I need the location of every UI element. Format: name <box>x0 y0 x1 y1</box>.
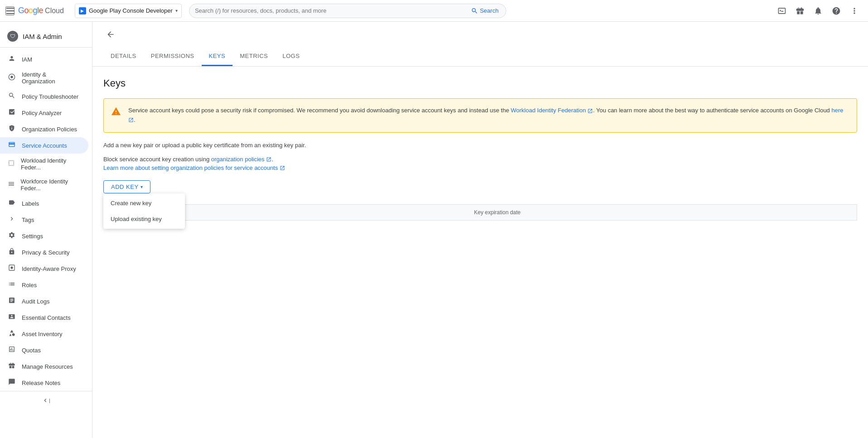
header-left: Google Cloud ▶ Google Play Console Devel… <box>5 4 182 18</box>
warning-text-middle: . You can learn more about the best way … <box>593 107 831 114</box>
tab-logs[interactable]: LOGS <box>275 47 307 66</box>
tags-icon <box>7 215 16 224</box>
tab-metrics[interactable]: METRICS <box>233 47 275 66</box>
svg-point-1 <box>10 76 13 78</box>
sidebar-item-manage-resources[interactable]: Manage Resources <box>0 358 88 375</box>
upload-existing-key-option[interactable]: Upload existing key <box>103 211 185 227</box>
sidebar-item-label: Tags <box>22 217 34 223</box>
sidebar-item-label: Privacy & Security <box>22 249 69 256</box>
sidebar-item-policy-troubleshooter[interactable]: Policy Troubleshooter <box>0 88 88 105</box>
essential-contacts-icon <box>7 313 16 322</box>
organization-policies-link[interactable]: organization policies <box>211 156 265 163</box>
warning-text-before: Service account keys could pose a securi… <box>128 107 511 114</box>
collapse-label: | <box>49 398 50 403</box>
tab-details[interactable]: DETAILS <box>103 47 144 66</box>
sidebar-item-label: Quotas <box>22 347 41 354</box>
warning-icon <box>111 106 121 119</box>
add-key-container: ADD KEY ▾ Create new key Upload existing… <box>103 180 150 193</box>
sidebar-item-audit-logs[interactable]: Audit Logs <box>0 293 88 309</box>
cloud-text: Cloud <box>45 7 64 15</box>
content-area: Keys Service account keys could pose a s… <box>92 67 868 231</box>
sidebar-item-label: Asset Inventory <box>22 331 63 337</box>
create-new-key-option[interactable]: Create new key <box>103 195 185 211</box>
sidebar-item-label: Release Notes <box>22 380 60 386</box>
project-name: Google Play Console Developer <box>89 7 173 14</box>
app-body: 🛡 IAM & Admin IAM Identity & Organizatio… <box>0 22 868 438</box>
search-button-label: Search <box>480 7 499 14</box>
sidebar-item-identity-aware-proxy[interactable]: Identity-Aware Proxy <box>0 260 88 277</box>
page-title: Keys <box>103 77 857 89</box>
sidebar-item-settings[interactable]: Settings <box>0 228 88 244</box>
back-button[interactable] <box>103 27 118 42</box>
sidebar-item-service-accounts[interactable]: Service Accounts <box>0 137 88 154</box>
hamburger-line <box>6 13 15 14</box>
learn-more-link[interactable]: Learn more about setting organization po… <box>103 164 857 171</box>
google-cloud-logo: Google Cloud <box>18 6 64 15</box>
sidebar-item-workforce-identity[interactable]: Workforce Identity Feder... <box>0 174 88 195</box>
policy-troubleshooter-icon <box>7 92 16 101</box>
gift-button[interactable] <box>792 3 808 19</box>
sidebar-item-labels[interactable]: Labels <box>0 195 88 212</box>
warning-text-end: . <box>134 116 136 123</box>
sidebar-item-tags[interactable]: Tags <box>0 212 88 228</box>
project-selector[interactable]: ▶ Google Play Console Developer ▾ <box>75 4 182 18</box>
add-key-button[interactable]: ADD KEY ▾ <box>103 180 150 193</box>
sidebar-item-workload-identity[interactable]: Workload Identity Feder... <box>0 154 88 174</box>
search-input[interactable] <box>195 7 469 14</box>
back-row <box>92 22 868 47</box>
tab-keys[interactable]: KEYS <box>202 47 233 66</box>
search-bar: Search <box>189 4 506 18</box>
identity-aware-proxy-icon <box>7 264 16 273</box>
sidebar-item-essential-contacts[interactable]: Essential Contacts <box>0 309 88 326</box>
sidebar-item-label: Policy Analyzer <box>22 110 62 116</box>
sidebar-item-privacy-security[interactable]: Privacy & Security <box>0 244 88 260</box>
sidebar-item-release-notes[interactable]: Release Notes <box>0 375 88 391</box>
add-key-label: ADD KEY <box>111 183 139 190</box>
sidebar-item-quotas[interactable]: Quotas <box>0 342 88 358</box>
tab-permissions[interactable]: PERMISSIONS <box>144 47 202 66</box>
key-expiration-date-header: Key expiration date <box>467 204 857 220</box>
sidebar: 🛡 IAM & Admin IAM Identity & Organizatio… <box>0 22 92 438</box>
more-options-button[interactable] <box>846 3 863 19</box>
help-button[interactable] <box>828 3 844 19</box>
sidebar-item-label: Service Accounts <box>22 142 67 149</box>
settings-icon <box>7 231 16 241</box>
sidebar-item-label: Organization Policies <box>22 126 77 133</box>
sidebar-item-identity-organization[interactable]: Identity & Organization <box>0 67 88 88</box>
hamburger-menu-button[interactable] <box>5 6 15 15</box>
sidebar-item-label: Manage Resources <box>22 363 73 370</box>
sidebar-item-organization-policies[interactable]: Organization Policies <box>0 121 88 137</box>
sidebar-item-iam[interactable]: IAM <box>0 51 88 67</box>
sidebar-item-label: Identity & Organization <box>22 71 81 85</box>
back-arrow-icon <box>106 30 115 39</box>
roles-icon <box>7 280 16 289</box>
sidebar-item-label: Workload Identity Feder... <box>21 157 81 171</box>
main-content: DETAILS PERMISSIONS KEYS METRICS LOGS Ke… <box>92 22 868 438</box>
sidebar-collapse-button[interactable]: | <box>0 391 92 409</box>
sidebar-item-asset-inventory[interactable]: Asset Inventory <box>0 326 88 342</box>
sidebar-header-icon: 🛡 <box>7 31 18 42</box>
terminal-button[interactable] <box>774 3 790 19</box>
search-button[interactable]: Search <box>469 7 500 14</box>
warning-banner: Service account keys could pose a securi… <box>103 98 857 133</box>
google-wordmark: Google <box>18 6 43 15</box>
sidebar-item-label: Labels <box>22 200 39 207</box>
release-notes-icon <box>7 378 16 387</box>
hamburger-line <box>6 10 15 11</box>
sidebar-item-policy-analyzer[interactable]: Policy Analyzer <box>0 105 88 121</box>
add-key-dropdown-arrow: ▾ <box>141 184 143 189</box>
workload-identity-federation-link[interactable]: Workload Identity Federation <box>511 107 593 114</box>
notifications-button[interactable] <box>810 3 826 19</box>
sidebar-item-label: Policy Troubleshooter <box>22 93 78 100</box>
sidebar-title: IAM & Admin <box>23 33 62 40</box>
header-icons <box>774 3 863 19</box>
sidebar-item-label: Workforce Identity Feder... <box>21 178 81 192</box>
sidebar-item-roles[interactable]: Roles <box>0 277 88 293</box>
terminal-icon <box>777 6 786 15</box>
manage-resources-icon <box>7 362 16 371</box>
sidebar-item-label: Identity-Aware Proxy <box>22 265 76 272</box>
quotas-icon <box>7 346 16 355</box>
workload-identity-icon <box>7 159 15 168</box>
warning-text: Service account keys could pose a securi… <box>128 106 849 125</box>
collapse-sidebar-icon <box>42 397 49 404</box>
